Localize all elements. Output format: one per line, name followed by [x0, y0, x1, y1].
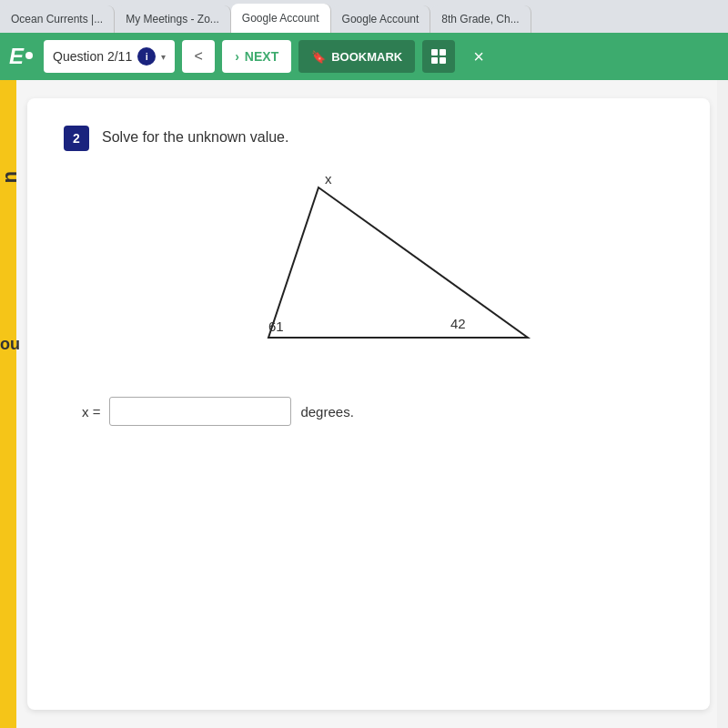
- chevron-down-icon: ▾: [161, 52, 166, 62]
- question-number-badge: 2: [64, 126, 89, 151]
- svg-marker-4: [268, 187, 528, 338]
- answer-input[interactable]: [109, 397, 291, 426]
- logo-dot: [25, 52, 33, 59]
- tab-google-account-1[interactable]: Google Account: [231, 4, 331, 33]
- triangle-area: x 61 42: [64, 169, 673, 369]
- tab-google-account-2[interactable]: Google Account: [331, 5, 431, 33]
- question-card: 2 Solve for the unknown value. x 61 42 x…: [27, 98, 710, 710]
- svg-text:42: 42: [450, 316, 466, 331]
- degrees-label: degrees.: [300, 404, 353, 420]
- bookmark-button[interactable]: 🔖 BOOKMARK: [298, 40, 415, 73]
- svg-rect-2: [431, 57, 438, 64]
- tab-8th-grade[interactable]: 8th Grade, Ch...: [430, 5, 531, 33]
- main-content: u ou 2 Solve for the unknown value. x 61…: [0, 80, 728, 728]
- grid-button[interactable]: [422, 40, 455, 73]
- tab-ocean-currents[interactable]: Ocean Currents |...: [0, 5, 115, 33]
- next-button[interactable]: › NEXT: [222, 40, 291, 73]
- app-toolbar: E Question 2/11 i ▾ < › NEXT 🔖 BOOKMARK …: [0, 33, 728, 80]
- app-logo: E: [9, 44, 33, 69]
- question-label: Question 2/11: [53, 49, 132, 64]
- svg-rect-3: [440, 57, 446, 64]
- left-labels: u ou: [0, 80, 25, 728]
- triangle-svg: x 61 42: [177, 169, 560, 369]
- info-badge: i: [137, 47, 156, 66]
- close-button[interactable]: ×: [462, 40, 495, 73]
- svg-rect-0: [431, 49, 438, 56]
- prev-button[interactable]: <: [182, 40, 215, 73]
- question-header: 2 Solve for the unknown value.: [64, 126, 673, 151]
- svg-text:x: x: [325, 171, 332, 187]
- left-u-label: u: [0, 171, 24, 183]
- grid-icon: [430, 47, 448, 66]
- left-ou-label: ou: [0, 335, 20, 354]
- svg-rect-1: [440, 49, 446, 56]
- next-arrow-icon: ›: [235, 49, 239, 64]
- question-selector[interactable]: Question 2/11 i ▾: [44, 40, 175, 73]
- svg-text:61: 61: [268, 318, 284, 334]
- answer-area: x = degrees.: [64, 397, 673, 426]
- bookmark-icon: 🔖: [311, 50, 326, 64]
- tabs-bar: Ocean Currents |... My Meetings - Zo... …: [0, 0, 728, 33]
- tab-my-meetings[interactable]: My Meetings - Zo...: [115, 5, 231, 33]
- right-strip: [717, 80, 728, 728]
- question-text: Solve for the unknown value.: [102, 126, 288, 147]
- answer-prefix: x =: [82, 404, 100, 420]
